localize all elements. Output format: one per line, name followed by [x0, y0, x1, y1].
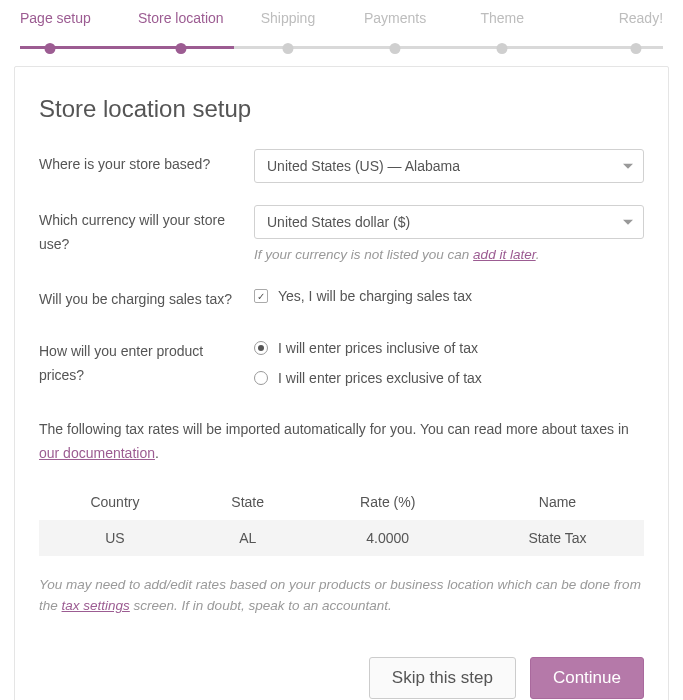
tax-intro-text: The following tax rates will be imported… [39, 418, 644, 466]
field-sales-tax: Will you be charging sales tax? ✓ Yes, I… [39, 284, 644, 314]
radio-label: I will enter prices exclusive of tax [278, 370, 482, 386]
action-buttons: Skip this step Continue [39, 657, 644, 699]
caret-down-icon [623, 164, 633, 169]
cell-state: AL [191, 520, 305, 556]
step-dot-icon [45, 43, 56, 54]
table-header-row: Country State Rate (%) Name [39, 484, 644, 520]
continue-button[interactable]: Continue [530, 657, 644, 699]
wizard-steps: Page setup Store location Shipping Payme… [0, 0, 683, 48]
page-title: Store location setup [39, 95, 644, 123]
skip-step-button[interactable]: Skip this step [369, 657, 516, 699]
prices-exclusive-radio[interactable] [254, 371, 268, 385]
field-label: Which currency will your store use? [39, 205, 254, 257]
step-dot-icon [282, 43, 293, 54]
step-page-setup[interactable]: Page setup [20, 10, 127, 48]
step-label: Payments [364, 10, 426, 26]
step-dot-icon [497, 43, 508, 54]
sales-tax-checkbox[interactable]: ✓ [254, 289, 268, 303]
col-country: Country [39, 484, 191, 520]
step-dot-icon [390, 43, 401, 54]
select-value: United States (US) — Alabama [267, 158, 460, 174]
currency-select[interactable]: United States dollar ($) [254, 205, 644, 239]
step-dot-icon [175, 43, 186, 54]
step-label: Page setup [20, 10, 91, 26]
col-name: Name [471, 484, 644, 520]
tax-footnote: You may need to add/edit rates based on … [39, 574, 644, 617]
step-payments[interactable]: Payments [342, 10, 449, 48]
step-label: Ready! [619, 10, 663, 26]
setup-card: Store location setup Where is your store… [14, 66, 669, 700]
cell-name: State Tax [471, 520, 644, 556]
step-dot-icon [631, 43, 642, 54]
step-label: Store location [138, 10, 224, 26]
col-rate: Rate (%) [305, 484, 471, 520]
caret-down-icon [623, 220, 633, 225]
add-currency-later-link[interactable]: add it later [473, 247, 536, 262]
checkbox-label: Yes, I will be charging sales tax [278, 288, 472, 304]
field-label: Will you be charging sales tax? [39, 284, 254, 312]
step-label: Theme [480, 10, 524, 26]
step-theme[interactable]: Theme [449, 10, 556, 48]
field-currency: Which currency will your store use? Unit… [39, 205, 644, 262]
store-location-select[interactable]: United States (US) — Alabama [254, 149, 644, 183]
radio-label: I will enter prices inclusive of tax [278, 340, 478, 356]
documentation-link[interactable]: our documentation [39, 445, 155, 461]
prices-inclusive-radio[interactable] [254, 341, 268, 355]
field-store-based: Where is your store based? United States… [39, 149, 644, 183]
cell-country: US [39, 520, 191, 556]
table-row: US AL 4.0000 State Tax [39, 520, 644, 556]
tax-settings-link[interactable]: tax settings [62, 598, 130, 613]
field-label: Where is your store based? [39, 149, 254, 177]
step-store-location[interactable]: Store location [127, 10, 234, 48]
step-shipping[interactable]: Shipping [234, 10, 341, 48]
select-value: United States dollar ($) [267, 214, 410, 230]
tax-rates-table: Country State Rate (%) Name US AL 4.0000… [39, 484, 644, 556]
field-product-prices: How will you enter product prices? I wil… [39, 336, 644, 396]
cell-rate: 4.0000 [305, 520, 471, 556]
step-ready[interactable]: Ready! [556, 10, 663, 48]
col-state: State [191, 484, 305, 520]
field-label: How will you enter product prices? [39, 336, 254, 388]
step-label: Shipping [261, 10, 316, 26]
currency-helper-text: If your currency is not listed you can a… [254, 247, 644, 262]
